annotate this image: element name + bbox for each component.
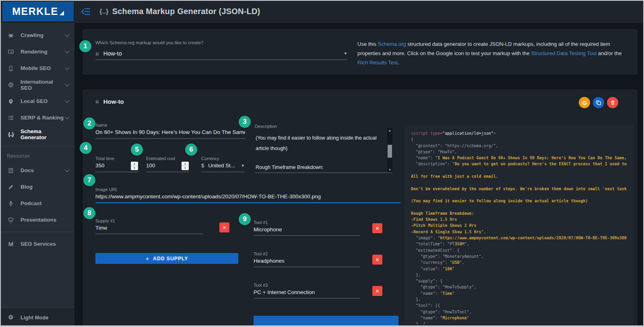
sidebar-item-blog[interactable]: Blog: [0, 179, 74, 195]
generator-info-text: Use this Schema.org structured data gene…: [357, 39, 629, 67]
sidebar-item-schema-generator[interactable]: {..}Schema Generator: [0, 126, 74, 142]
annotation-badge-8: 8: [83, 207, 95, 219]
scroll-up-icon[interactable]: ▲: [387, 129, 392, 132]
annotation-badge-7: 7: [83, 174, 95, 186]
description-scrollbar[interactable]: ▲ ▼: [387, 128, 392, 173]
list-icon: ≡: [95, 50, 99, 57]
page-title: Schema Markup Generator (JSON-LD): [112, 7, 260, 16]
copy-markup-button[interactable]: [593, 97, 604, 108]
scrollbar-thumb[interactable]: [388, 145, 392, 158]
sidebar-item-serp-ranking[interactable]: SERP & Ranking: [0, 109, 74, 126]
code-line: "image": "https://www.ampmycontent.com/w…: [411, 235, 634, 241]
annotation-badge-1: 1: [79, 40, 91, 52]
sidebar-item-international-seo[interactable]: International SEO: [0, 76, 74, 93]
sidebar-item-mobile-seo[interactable]: Mobile SEO: [0, 60, 74, 76]
chevron-down-icon: [65, 82, 69, 86]
estimated-cost-stepper[interactable]: ▲▼: [182, 162, 189, 170]
remove-tool-2-button[interactable]: ✕: [372, 255, 382, 265]
remove-tool-1-button[interactable]: ✕: [372, 223, 382, 233]
gear-icon: ⚙: [7, 314, 15, 321]
sidebar-item-docs[interactable]: Docs: [0, 162, 74, 179]
chevron-down-icon: [65, 65, 69, 70]
schema-type-select[interactable]: ≡ How-to ▼: [95, 47, 347, 60]
phone-icon: [7, 65, 15, 72]
merkle-logo[interactable]: MERKLE: [2, 2, 74, 21]
chevron-down-icon: [65, 115, 69, 119]
code-line: "tool": [{: [411, 302, 634, 308]
description-textarea[interactable]: (You may find it easier to follow along …: [255, 128, 392, 173]
sidebar-item-local-seo[interactable]: Local SEO: [0, 93, 74, 109]
microphone-icon: [7, 200, 15, 207]
remove-supply-1-button[interactable]: ✕: [219, 222, 229, 232]
code-line: [411, 167, 634, 173]
rich-results-test-link[interactable]: Rich Results Test: [357, 60, 398, 66]
tool-2-underline: [254, 267, 360, 267]
image-url-input[interactable]: [95, 193, 397, 199]
list-icon: ≡: [95, 98, 99, 105]
sidebar-item-seo-services[interactable]: MSEO Services: [0, 236, 74, 252]
sidebar-item-label: Local SEO: [21, 98, 48, 104]
estimated-cost-label: Estimated cost: [146, 156, 175, 161]
code-line: "name": "Time": [411, 290, 634, 296]
light-mode-toggle[interactable]: ⚙ Light Mode: [0, 307, 74, 327]
name-input[interactable]: [95, 129, 245, 135]
total-time-stepper[interactable]: ▲▼: [131, 162, 138, 170]
currency-underline: [201, 172, 245, 172]
braces-icon: {..}: [7, 131, 15, 137]
sidebar-item-podcast[interactable]: Podcast: [0, 195, 74, 212]
code-line: "@context": "https://schema.org/",: [411, 143, 634, 149]
delete-markup-button[interactable]: [607, 97, 618, 108]
structured-data-testing-tool-link[interactable]: Structured Data Testing Tool: [531, 50, 597, 56]
total-time-underline: [95, 172, 139, 172]
total-time-input[interactable]: [95, 162, 128, 169]
supply-1-input[interactable]: [95, 225, 200, 231]
sidebar-item-rendering[interactable]: Rendering: [0, 43, 74, 60]
scroll-down-icon[interactable]: ▼: [387, 168, 392, 172]
remove-tool-3-button[interactable]: ✕: [372, 286, 382, 296]
json-ld-code-preview: <script type="application/ld+json">{ "@c…: [405, 125, 634, 324]
add-supply-button[interactable]: + ADD SUPPLY: [95, 253, 238, 264]
google-test-button[interactable]: G: [579, 97, 590, 108]
sidebar-item-crawling[interactable]: Crawling: [0, 27, 74, 43]
code-line: "totalTime": "PT350M",: [411, 241, 634, 247]
image-url-underline-focused: [95, 202, 400, 203]
code-line: "name": "Microphone": [411, 315, 634, 321]
plus-icon: +: [146, 255, 150, 262]
add-tool-button[interactable]: [254, 316, 398, 326]
sidebar-collapse-icon[interactable]: [81, 8, 91, 16]
sidebar-divider: [0, 146, 74, 146]
tool-3-underline: [254, 298, 360, 298]
annotation-badge-5: 5: [131, 144, 143, 156]
dollar-symbol: $: [201, 162, 204, 169]
sidebar: CrawlingRenderingMobile SEOInternational…: [0, 23, 74, 327]
code-line: "@type": "HowToSupply",: [411, 284, 634, 290]
app-header: MERKLE {..} Schema Markup Generator (JSO…: [0, 0, 644, 23]
estimated-cost-input[interactable]: [146, 162, 178, 169]
merkle-triangle-icon: [60, 11, 64, 15]
description-text-2: Rough Timeframe Breakdown:: [256, 165, 384, 170]
schema-org-link[interactable]: Schema.org: [378, 41, 406, 47]
add-supply-label: ADD SUPPLY: [153, 256, 188, 261]
code-line: [411, 179, 634, 185]
sidebar-item-presentations[interactable]: Presentations: [0, 212, 74, 228]
sidebar-item-label: International SEO: [21, 79, 66, 91]
currency-select[interactable]: $ United St... ▼: [201, 162, 245, 169]
tool-2-input[interactable]: [254, 258, 356, 264]
light-mode-label: Light Mode: [21, 315, 48, 321]
sidebar-item-label: Mobile SEO: [21, 65, 51, 71]
code-line: {: [411, 136, 634, 142]
tool-3-input[interactable]: [254, 289, 356, 295]
annotation-badge-4: 4: [80, 142, 92, 154]
annotation-badge-3: 3: [239, 116, 251, 128]
code-line: -Find Shows 1.5 Hrs: [411, 216, 634, 222]
tool-1-input[interactable]: [254, 226, 356, 232]
code-line: -Record A Single Show 1.5 Hrs",: [411, 229, 634, 235]
sidebar-item-label: Docs: [21, 167, 34, 173]
code-line: [411, 192, 634, 198]
supply-1-underline: [95, 234, 203, 234]
chevron-down-icon: [65, 32, 69, 37]
map-pin-icon: [7, 98, 15, 105]
currency-selected-value: United St...: [208, 162, 241, 169]
sidebar-divider: [0, 232, 74, 232]
annotation-badge-9: 9: [239, 213, 251, 225]
